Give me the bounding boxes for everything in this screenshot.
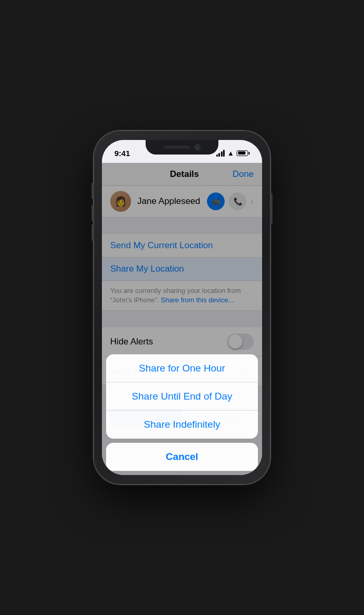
video-call-button[interactable]: 📹 <box>207 193 225 210</box>
action-sheet-cancel: Cancel <box>106 443 258 471</box>
status-time: 9:41 <box>114 149 130 158</box>
share-indefinitely-button[interactable]: Share Indefinitely <box>106 411 258 439</box>
menu-section: Send My Current Location Share My Locati… <box>102 234 262 311</box>
signal-icon <box>216 150 225 157</box>
section-gap-1 <box>102 217 262 234</box>
nav-bar: Details Done <box>102 163 262 186</box>
hide-alerts-toggle[interactable] <box>227 334 254 350</box>
share-location-button[interactable]: Share My Location <box>102 258 262 281</box>
share-from-device-link[interactable]: Share from this device... <box>161 296 233 304</box>
contact-row[interactable]: 👩 Jane Appleseed 📹 📞 › <box>102 186 262 217</box>
action-sheet-area: Share for One Hour Share Until End of Da… <box>102 354 262 475</box>
share-end-of-day-button[interactable]: Share Until End of Day <box>106 382 258 411</box>
action-sheet-main: Share for One Hour Share Until End of Da… <box>106 354 258 439</box>
wifi-icon: ▲ <box>227 149 234 157</box>
contact-action-icons: 📹 📞 › <box>207 193 254 210</box>
notch-camera <box>194 144 201 150</box>
hide-alerts-label: Hide Alerts <box>110 337 153 347</box>
hide-alerts-row: Hide Alerts <box>102 327 262 356</box>
done-button[interactable]: Done <box>232 169 254 180</box>
contact-name: Jane Appleseed <box>137 196 201 207</box>
chevron-right-icon: › <box>251 196 254 207</box>
notch-speaker <box>163 146 190 149</box>
phone-screen: 9:41 ▲ <box>102 140 262 475</box>
battery-icon <box>237 150 250 156</box>
phone-call-button[interactable]: 📞 <box>229 193 246 210</box>
phone-frame: 9:41 ▲ <box>94 131 270 484</box>
share-one-hour-button[interactable]: Share for One Hour <box>106 354 258 382</box>
screen-content: Details Done 👩 Jane Appleseed 📹 📞 › <box>102 163 262 475</box>
nav-title: Details <box>170 169 199 180</box>
send-location-button[interactable]: Send My Current Location <box>102 234 262 258</box>
cancel-button[interactable]: Cancel <box>106 443 258 471</box>
avatar: 👩 <box>110 191 131 212</box>
status-icons: ▲ <box>216 149 250 157</box>
location-note: You are currently sharing your location … <box>102 281 262 311</box>
section-gap-2 <box>102 311 262 327</box>
notch <box>146 140 218 155</box>
